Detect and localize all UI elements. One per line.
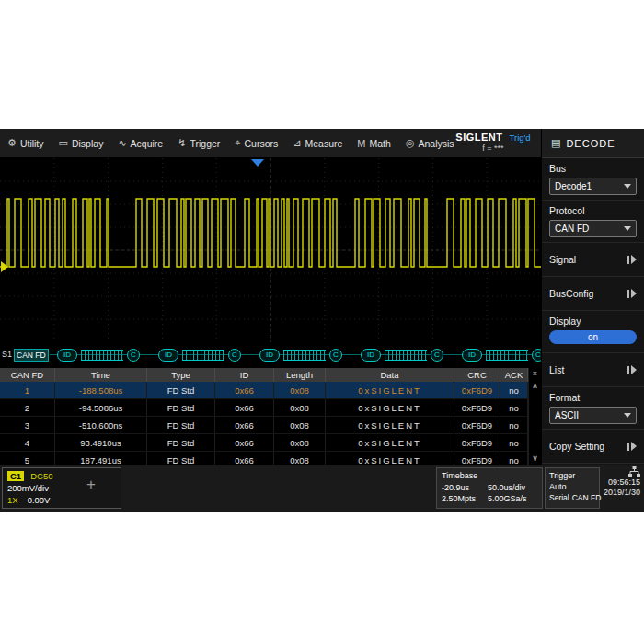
column-header-ack: ACK <box>500 368 528 382</box>
table-cell: 1 <box>0 382 55 398</box>
table-cell: FD Std <box>147 434 215 451</box>
table-row[interactable]: 493.4910usFD Std0x660x080xSIGLENT0xF6D9n… <box>0 434 541 452</box>
frame-id-tag: ID <box>158 349 178 362</box>
sidebar-item-copy-setting[interactable]: Copy Setting <box>542 430 644 464</box>
clock-date: 2019/1/30 <box>604 488 640 497</box>
table-cell: 0x08 <box>274 382 326 398</box>
menu-item-measure[interactable]: ⊿Measure <box>285 129 350 157</box>
sidebar-item-busconfig[interactable]: BusConfig <box>542 277 644 311</box>
sidebar-item-protocol: ProtocolCAN FD <box>542 201 644 243</box>
menu-item-acquire[interactable]: ∿Acquire <box>110 129 170 157</box>
trigger-protocol: CAN FD <box>572 493 602 502</box>
arrow-bar <box>627 256 629 264</box>
timebase-delay: -20.9us <box>442 483 488 492</box>
sidebar-item-signal[interactable]: Signal <box>542 243 644 277</box>
table-cell: FD Std <box>147 399 215 416</box>
table-cell: 0xSIGLENT <box>326 382 454 398</box>
arrow-tip <box>631 289 637 298</box>
table-cell: no <box>500 382 528 398</box>
close-icon[interactable]: × <box>533 368 537 380</box>
sidebar-items: BusDecode1ProtocolCAN FDSignalBusConfigD… <box>542 158 644 464</box>
sidebar-item-label: Copy Setting <box>549 441 604 452</box>
arrow-tip <box>631 255 637 264</box>
frame-id-tag: ID <box>361 349 381 362</box>
table-row[interactable]: 3-510.600nsFD Std0x660x080xSIGLENT0xF6D9… <box>0 417 541 434</box>
table-cell: -510.600ns <box>55 417 147 433</box>
analysis-icon: ◎ <box>406 137 415 149</box>
measure-icon: ⊿ <box>293 137 301 149</box>
sidebar-item-label: Protocol <box>549 205 637 216</box>
menu-item-label: Trigger <box>190 138 220 149</box>
table-cell: 0x08 <box>274 434 326 451</box>
decode-panel-header: ▤ DECODE <box>542 129 644 158</box>
cursors-icon: ⌖ <box>235 137 240 149</box>
arrow-bar <box>627 290 629 298</box>
dropdown-protocol[interactable]: CAN FD <box>549 220 637 237</box>
trigger-mode: Auto <box>549 481 595 493</box>
arrow-bar <box>627 443 629 451</box>
column-header-data: Data <box>326 368 454 382</box>
timebase-scale: 50.0us/div <box>488 483 537 492</box>
trigger-position-marker[interactable] <box>251 159 264 167</box>
menu-item-utility[interactable]: ⚙Utility <box>0 129 52 157</box>
sidebar-item-label: Format <box>549 392 637 403</box>
scroll-up-icon[interactable]: ∧ <box>532 380 538 392</box>
channel-badge: C1 <box>7 471 24 481</box>
arrow-tip <box>631 442 637 451</box>
trigger-icon: ↯ <box>178 137 186 149</box>
submenu-arrow-icon <box>627 289 637 298</box>
frame-crc-tag: C <box>228 349 241 362</box>
clock-block: 09:56:15 2019/1/30 <box>600 466 642 511</box>
decode-panel-icon: ▤ <box>551 137 560 149</box>
decode-frame: IDC <box>462 349 545 362</box>
sidebar-item-format: FormatASCII <box>542 387 644 430</box>
menu-item-label: Cursors <box>245 138 279 149</box>
table-cell: 0xF6D9 <box>454 399 500 416</box>
decode-frame: IDC <box>57 349 140 362</box>
menu-item-label: Utility <box>20 138 44 149</box>
table-row[interactable]: 1-188.508usFD Std0x660x080xSIGLENT0xF6D9… <box>0 382 541 399</box>
frame-data-segment <box>283 350 326 361</box>
timebase-block[interactable]: Timebase -20.9us 50.0us/div 2.50Mpts 5.0… <box>436 467 543 509</box>
table-cell: no <box>500 417 528 433</box>
dropdown-value: ASCII <box>555 410 579 420</box>
display-icon: ▭ <box>59 137 68 149</box>
table-cell: 0xSIGLENT <box>326 434 454 451</box>
dropdown-bus[interactable]: Decode1 <box>549 178 637 195</box>
column-header-can-fd: CAN FD <box>0 368 55 382</box>
column-header-type: Type <box>147 368 215 382</box>
table-cell: 0x08 <box>274 399 326 416</box>
arrow-tip <box>631 365 637 374</box>
table-cell: 93.4910us <box>55 434 147 451</box>
menu-item-label: Math <box>370 138 391 149</box>
table-row[interactable]: 2-94.5086usFD Std0x660x080xSIGLENT0xF6D9… <box>0 399 541 417</box>
frame-id-tag: ID <box>259 349 280 362</box>
table-cell: -94.5086us <box>55 399 147 416</box>
trigger-block[interactable]: Trigger Auto Serial CAN FD <box>545 467 600 509</box>
dropdown-value: CAN FD <box>555 224 589 234</box>
table-cell: 0x66 <box>215 382 274 398</box>
decode-bus-bar: S1 CAN FD IDCIDCIDCIDCIDC <box>0 342 541 368</box>
frame-crc-tag: C <box>431 349 443 362</box>
dropdown-format[interactable]: ASCII <box>549 407 637 424</box>
menu-item-cursors[interactable]: ⌖Cursors <box>227 129 285 157</box>
decode-frame: IDC <box>259 349 342 362</box>
menu-item-trigger[interactable]: ↯Trigger <box>170 129 227 157</box>
sidebar-item-label: Signal <box>549 254 576 265</box>
channel-probe: 1X <box>7 495 18 507</box>
table-cell: 0xF6D9 <box>454 382 500 398</box>
column-header-length: Length <box>274 368 326 382</box>
table-cell: 0x08 <box>274 417 326 433</box>
sidebar-item-label: Bus <box>549 163 637 174</box>
table-cell: 3 <box>0 417 55 433</box>
channel-info-block[interactable]: C1 DC50 200mV/div 1X 0.00V <box>2 467 121 509</box>
toggle-display[interactable]: on <box>549 330 637 344</box>
channel-scale: 200mV/div <box>7 482 116 495</box>
menu-item-math[interactable]: MMath <box>350 129 398 157</box>
frame-data-segment <box>182 350 224 361</box>
frame-data-segment <box>486 350 528 361</box>
menu-item-display[interactable]: ▭Display <box>52 129 111 157</box>
scroll-down-icon[interactable]: ∨ <box>532 453 538 465</box>
sidebar-item-list[interactable]: List <box>542 353 644 387</box>
table-cell: 0xF6D9 <box>454 434 500 451</box>
